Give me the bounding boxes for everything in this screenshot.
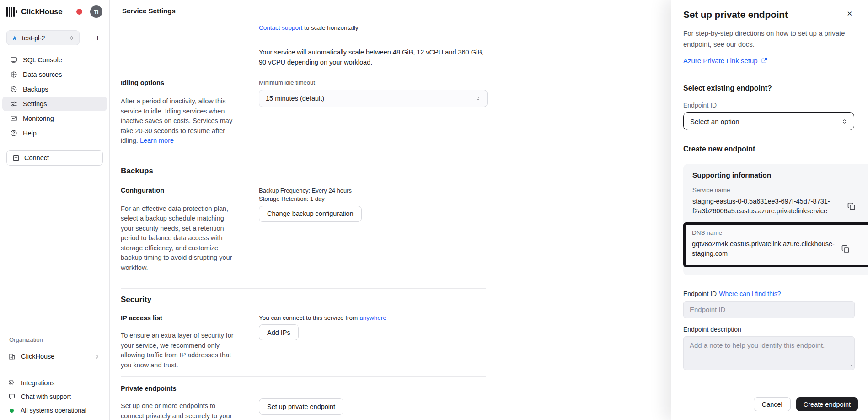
sidebar-item-label: Monitoring: [23, 115, 54, 122]
page-title: Service Settings: [122, 7, 176, 15]
change-backup-configuration-button[interactable]: Change backup configuration: [259, 206, 362, 222]
organization-item[interactable]: ClickHouse: [3, 349, 107, 364]
service-selector[interactable]: test-pl-2: [6, 30, 80, 45]
create-endpoint-title: Create new endpoint: [683, 145, 854, 153]
sidebar-item-label: Data sources: [23, 71, 62, 78]
azure-icon: [11, 35, 18, 41]
backups-config-title: Configuration: [121, 187, 236, 194]
endpoint-description-label: Endpoint description: [683, 326, 854, 333]
system-status-item[interactable]: All systems operational: [3, 404, 107, 417]
sidebar-item-settings[interactable]: Settings: [2, 97, 107, 111]
connect-icon: [12, 154, 20, 162]
section-divider: [121, 160, 486, 160]
cancel-button[interactable]: Cancel: [754, 397, 791, 411]
resize-handle-icon[interactable]: [849, 364, 853, 368]
app-root: ClickHouse TI test-pl-2 + SQL Console Da…: [0, 0, 868, 420]
chevron-updown-icon: [475, 96, 481, 101]
sidebar-item-label: SQL Console: [23, 56, 62, 64]
external-link-icon: [761, 57, 768, 64]
set-up-private-endpoint-button[interactable]: Set up private endpoint: [259, 398, 343, 415]
section-divider: [121, 376, 486, 377]
recording-dot-icon: [76, 9, 82, 15]
idle-timeout-label: Minimum idle timeout: [259, 79, 488, 86]
idle-timeout-select[interactable]: 15 minutes (default): [259, 90, 488, 107]
footer-item-label: Integrations: [21, 379, 54, 387]
idle-timeout-value: 15 minutes (default): [266, 95, 475, 102]
add-service-button[interactable]: +: [92, 33, 103, 42]
private-endpoints-description: Set up one or more endpoints to connect …: [121, 401, 236, 420]
sidebar-item-chat-support[interactable]: Chat with support: [3, 390, 107, 404]
connect-button[interactable]: Connect: [6, 150, 103, 166]
panel-divider: [671, 75, 868, 75]
backup-frequency: Backup Frequency: Every 24 hours: [259, 187, 488, 195]
supporting-information-card: Supporting information Service name stag…: [683, 164, 868, 275]
status-dot-icon: [10, 409, 14, 413]
create-endpoint-button[interactable]: Create endpoint: [796, 397, 858, 411]
endpoint-id-label-row: Endpoint ID Where can I find this?: [683, 290, 854, 297]
sql-console-icon: [10, 56, 17, 64]
user-avatar[interactable]: TI: [90, 5, 102, 18]
section-divider: [121, 288, 486, 289]
help-icon: [10, 129, 17, 137]
status-label: All systems operational: [21, 407, 86, 414]
azure-docs-link[interactable]: Azure Private Link setup: [683, 57, 854, 65]
service-selector-row: test-pl-2 +: [6, 30, 103, 45]
sidebar-item-backups[interactable]: Backups: [2, 82, 107, 97]
endpoint-id-input[interactable]: [683, 301, 855, 318]
idling-title: Idling options: [121, 79, 236, 86]
sidebar-item-sql-console[interactable]: SQL Console: [2, 53, 107, 67]
service-name-value: staging-eastus-0-0.5a631ee3-697f-45d7-87…: [692, 197, 847, 216]
copy-service-name-button[interactable]: [847, 202, 856, 211]
anywhere-link[interactable]: anywhere: [359, 314, 386, 321]
backups-icon: [10, 86, 17, 93]
panel-title: Set up private endpoint: [683, 9, 788, 20]
endpoint-description-textarea[interactable]: [683, 336, 855, 370]
footer-item-label: Chat with support: [21, 393, 71, 400]
idling-description: After a period of inactivity, allow this…: [121, 97, 236, 146]
sidebar-item-integrations[interactable]: Integrations: [3, 376, 107, 390]
organization-name: ClickHouse: [21, 353, 54, 360]
chevron-updown-icon: [841, 118, 847, 124]
sidebar-item-label: Backups: [23, 86, 48, 93]
sidebar-item-label: Help: [23, 129, 37, 137]
panel-header: Set up private endpoint ✕: [683, 9, 854, 20]
existing-endpoint-select-value: Select an option: [690, 118, 841, 125]
panel-footer: Cancel Create endpoint: [671, 388, 868, 420]
ip-access-list-title: IP access list: [121, 314, 236, 322]
security-description: To ensure an extra layer of security for…: [121, 331, 236, 370]
add-ips-button[interactable]: Add IPs: [259, 324, 299, 340]
building-icon: [8, 353, 16, 360]
dns-name-value: gqtv8o2m4k.eastus.privatelink.azure.clic…: [692, 239, 841, 258]
scaling-note: Contact support to scale horizontally: [259, 24, 488, 31]
close-icon[interactable]: ✕: [845, 9, 854, 18]
scaling-note-suffix: to scale horizontally: [302, 24, 358, 31]
sidebar-item-help[interactable]: Help: [2, 126, 107, 140]
private-endpoints-title: Private endpoints: [121, 385, 236, 392]
connect-label: Connect: [24, 154, 49, 162]
dns-name-label: DNS name: [692, 229, 862, 236]
divider: [259, 39, 488, 39]
copy-dns-name-button[interactable]: [841, 244, 850, 253]
service-selector-value: test-pl-2: [22, 34, 65, 42]
chevron-right-icon: [94, 354, 100, 360]
existing-endpoint-title: Select existing endpoint?: [683, 84, 854, 92]
sidebar-header: ClickHouse TI: [0, 0, 109, 18]
sidebar: ClickHouse TI test-pl-2 + SQL Console Da…: [0, 0, 110, 420]
sidebar-divider: [0, 370, 109, 370]
contact-support-link[interactable]: Contact support: [259, 24, 302, 31]
existing-endpoint-select[interactable]: Select an option: [683, 112, 854, 130]
monitoring-icon: [10, 115, 17, 122]
copy-icon: [847, 202, 856, 211]
integrations-icon: [8, 379, 16, 387]
sidebar-item-monitoring[interactable]: Monitoring: [2, 111, 107, 126]
learn-more-link[interactable]: Learn more: [140, 137, 174, 144]
sidebar-item-data-sources[interactable]: Data sources: [2, 67, 107, 82]
service-name-label: Service name: [692, 187, 859, 194]
chevron-updown-icon: [69, 35, 75, 41]
settings-icon: [10, 100, 17, 108]
connect-from-note: You can connect to this service from any…: [259, 314, 488, 321]
clickhouse-logo-icon: [6, 6, 17, 17]
brand-name: ClickHouse: [21, 7, 63, 16]
chat-icon: [8, 393, 16, 400]
where-can-i-find-this-link[interactable]: Where can I find this?: [719, 290, 781, 297]
